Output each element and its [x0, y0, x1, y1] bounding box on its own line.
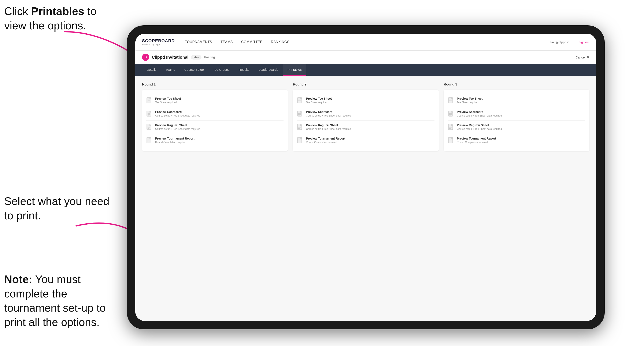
round-column-1: Round 1 Preview Tee SheetTee Sheet requi… — [142, 83, 288, 151]
print-info-3-1: Preview Tee SheetTee Sheet required — [457, 97, 585, 104]
tablet: SCOREBOARD Powered by clippd TOURNAMENTS… — [127, 25, 605, 329]
document-icon — [146, 97, 152, 104]
tab-teams[interactable]: Teams — [161, 64, 180, 76]
print-item-1-1[interactable]: Preview Tee SheetTee Sheet required — [146, 94, 284, 107]
separator: | — [574, 40, 574, 44]
print-title-3-3: Preview Raguzzi Sheet — [457, 124, 585, 127]
print-subtitle-2-4: Round Completion required — [306, 141, 434, 144]
nav-committee[interactable]: COMMITTEE — [241, 39, 262, 45]
top-nav: SCOREBOARD Powered by clippd TOURNAMENTS… — [135, 34, 596, 51]
document-icon — [448, 97, 454, 104]
scoreboard-title: SCOREBOARD — [142, 38, 175, 43]
tab-course-setup[interactable]: Course Setup — [180, 64, 208, 76]
round-header-3: Round 3 — [444, 83, 590, 86]
print-info-3-3: Preview Raguzzi SheetCourse setup + Tee … — [457, 124, 585, 131]
print-item-3-3[interactable]: Preview Raguzzi SheetCourse setup + Tee … — [448, 121, 585, 134]
round-header-2: Round 2 — [293, 83, 438, 86]
tournament-bar: C Clippd Invitational Men Hosting Cancel… — [135, 51, 596, 64]
print-info-2-3: Preview Raguzzi SheetCourse setup + Tee … — [306, 124, 434, 131]
tab-results[interactable]: Results — [234, 64, 254, 76]
print-item-1-4[interactable]: Preview Tournament ReportRound Completio… — [146, 134, 284, 147]
document-icon — [297, 137, 303, 144]
round-column-3: Round 3 Preview Tee SheetTee Sheet requi… — [444, 83, 590, 151]
annotation-top: Click Printables toview the options. — [4, 4, 96, 33]
nav-rankings[interactable]: RANKINGS — [271, 39, 290, 45]
round-header-1: Round 1 — [142, 83, 288, 86]
tournament-name-group: C Clippd Invitational Men Hosting — [142, 54, 215, 61]
annotation-bottom: Note: You must complete the tournament s… — [4, 272, 118, 329]
print-info-2-4: Preview Tournament ReportRound Completio… — [306, 137, 434, 144]
round-card-3: Preview Tee SheetTee Sheet required Prev… — [444, 90, 590, 151]
document-icon — [146, 124, 152, 131]
print-title-1-2: Preview Scorecard — [155, 110, 284, 114]
sign-out-button[interactable]: Sign out — [579, 40, 590, 44]
tab-tee-groups[interactable]: Tee Groups — [208, 64, 234, 76]
nav-tournaments[interactable]: TOURNAMENTS — [185, 39, 212, 45]
nav-links: TOURNAMENTS TEAMS COMMITTEE RANKINGS — [185, 39, 550, 45]
print-title-1-3: Preview Raguzzi Sheet — [155, 124, 284, 127]
rounds-container: Round 1 Preview Tee SheetTee Sheet requi… — [142, 83, 590, 151]
print-info-1-4: Preview Tournament ReportRound Completio… — [155, 137, 284, 144]
print-subtitle-2-3: Course setup + Tee Sheet data required — [306, 128, 434, 131]
document-icon — [297, 111, 303, 117]
print-title-2-2: Preview Scorecard — [306, 110, 434, 114]
print-item-1-2[interactable]: Preview ScorecardCourse setup + Tee Shee… — [146, 107, 284, 121]
print-title-3-4: Preview Tournament Report — [457, 137, 585, 140]
print-subtitle-1-3: Course setup + Tee Sheet data required — [155, 128, 284, 131]
print-item-3-1[interactable]: Preview Tee SheetTee Sheet required — [448, 94, 585, 107]
document-icon — [448, 124, 454, 131]
print-title-3-2: Preview Scorecard — [457, 110, 585, 114]
print-title-1-1: Preview Tee Sheet — [155, 97, 284, 100]
user-email: blair@clippd.io — [550, 40, 569, 44]
print-info-1-3: Preview Raguzzi SheetCourse setup + Tee … — [155, 124, 284, 131]
document-icon — [448, 111, 454, 117]
print-subtitle-3-3: Course setup + Tee Sheet data required — [457, 128, 585, 131]
document-icon — [448, 137, 454, 144]
print-item-1-3[interactable]: Preview Raguzzi SheetCourse setup + Tee … — [146, 121, 284, 134]
print-item-2-2[interactable]: Preview ScorecardCourse setup + Tee Shee… — [297, 107, 434, 121]
document-icon — [146, 111, 152, 117]
print-title-3-1: Preview Tee Sheet — [457, 97, 585, 100]
print-title-2-3: Preview Raguzzi Sheet — [306, 124, 434, 127]
print-item-2-3[interactable]: Preview Raguzzi SheetCourse setup + Tee … — [297, 121, 434, 134]
tab-leaderboards[interactable]: Leaderboards — [254, 64, 283, 76]
print-info-1-1: Preview Tee SheetTee Sheet required — [155, 97, 284, 104]
scoreboard-subtitle: Powered by clippd — [142, 43, 175, 46]
document-icon — [297, 97, 303, 104]
print-info-1-2: Preview ScorecardCourse setup + Tee Shee… — [155, 110, 284, 117]
cancel-button[interactable]: Cancel ✕ — [576, 55, 590, 59]
print-info-3-4: Preview Tournament ReportRound Completio… — [457, 137, 585, 144]
print-subtitle-2-2: Course setup + Tee Sheet data required — [306, 114, 434, 117]
print-subtitle-3-4: Round Completion required — [457, 141, 585, 144]
print-item-2-1[interactable]: Preview Tee SheetTee Sheet required — [297, 94, 434, 107]
print-subtitle-3-2: Course setup + Tee Sheet data required — [457, 114, 585, 117]
print-subtitle-1-1: Tee Sheet required — [155, 101, 284, 104]
close-icon: ✕ — [587, 55, 590, 59]
tournament-status: Hosting — [204, 55, 215, 59]
print-item-2-4[interactable]: Preview Tournament ReportRound Completio… — [297, 134, 434, 147]
document-icon — [146, 137, 152, 144]
nav-teams[interactable]: TEAMS — [220, 39, 233, 45]
print-item-3-2[interactable]: Preview ScorecardCourse setup + Tee Shee… — [448, 107, 585, 121]
print-title-2-4: Preview Tournament Report — [306, 137, 434, 140]
tab-details[interactable]: Details — [142, 64, 161, 76]
tournament-logo: C — [142, 54, 149, 61]
tablet-screen: SCOREBOARD Powered by clippd TOURNAMENTS… — [135, 34, 596, 321]
print-subtitle-1-2: Course setup + Tee Sheet data required — [155, 114, 284, 117]
nav-right: blair@clippd.io | Sign out — [550, 40, 590, 44]
print-item-3-4[interactable]: Preview Tournament ReportRound Completio… — [448, 134, 585, 147]
main-content: Round 1 Preview Tee SheetTee Sheet requi… — [135, 76, 596, 321]
print-subtitle-3-1: Tee Sheet required — [457, 101, 585, 104]
document-icon — [297, 124, 303, 131]
app: SCOREBOARD Powered by clippd TOURNAMENTS… — [135, 34, 596, 321]
round-card-1: Preview Tee SheetTee Sheet required Prev… — [142, 90, 288, 151]
print-title-2-1: Preview Tee Sheet — [306, 97, 434, 100]
scoreboard-logo: SCOREBOARD Powered by clippd — [142, 38, 175, 46]
print-info-3-2: Preview ScorecardCourse setup + Tee Shee… — [457, 110, 585, 117]
round-column-2: Round 2 Preview Tee SheetTee Sheet requi… — [293, 83, 438, 151]
round-card-2: Preview Tee SheetTee Sheet required Prev… — [293, 90, 438, 151]
tournament-badge: Men — [191, 55, 201, 59]
tab-printables[interactable]: Printables — [283, 64, 306, 76]
tournament-title: Clippd Invitational — [152, 55, 188, 60]
print-info-2-1: Preview Tee SheetTee Sheet required — [306, 97, 434, 104]
